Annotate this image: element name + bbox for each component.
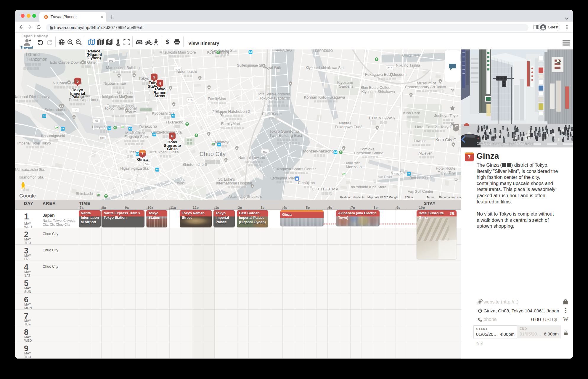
svg-text:Gyoen): Gyoen) xyxy=(87,56,101,60)
svg-text:Onagi River: Onagi River xyxy=(402,53,421,57)
svg-text:475: 475 xyxy=(394,172,399,175)
svg-text:FamilyMart: FamilyMart xyxy=(221,121,240,126)
svg-text:Etchūjima Pier: Etchūjima Pier xyxy=(270,176,295,180)
svg-text:Chuo City: Chuo City xyxy=(200,151,226,157)
svg-text:JR: JR xyxy=(342,173,346,176)
svg-text:Ito: Ito xyxy=(454,177,458,182)
svg-text:Shintomichō S: Shintomichō S xyxy=(182,162,207,167)
svg-text:Mitsukoshi Main Store: Mitsukoshi Main Store xyxy=(160,50,196,54)
svg-text:Ginza: Ginza xyxy=(167,147,178,151)
svg-text:Tokyo-Kayabacho: Tokyo-Kayabacho xyxy=(259,96,290,100)
svg-text:Fukagawa Edo Museum: Fukagawa Edo Museum xyxy=(365,72,407,77)
svg-text:Kiba Park: Kiba Park xyxy=(403,111,420,115)
svg-text:Ginza: Ginza xyxy=(137,157,148,162)
svg-text:International Hospital: International Hospital xyxy=(216,181,252,185)
svg-text:Kiyosumi-Shirakawa: Kiyosumi-Shirakawa xyxy=(361,90,395,94)
svg-text:Kohnan Kōtō Fukagawa: Kohnan Kōtō Fukagawa xyxy=(304,95,346,99)
svg-text:Tsukiji: Tsukiji xyxy=(176,181,186,185)
svg-text:Uchisaiwaicho Sta.: Uchisaiwaicho Sta. xyxy=(15,168,45,172)
svg-text:Google: Google xyxy=(19,193,36,199)
svg-text:316: 316 xyxy=(188,99,192,102)
svg-text:Map data ©2023 Google: Map data ©2023 Google xyxy=(367,195,398,199)
svg-text:?: ? xyxy=(451,88,454,94)
svg-text:Tokyo Sumitomo: Tokyo Sumitomo xyxy=(269,129,299,134)
svg-text:Hachiman Shrine: Hachiman Shrine xyxy=(354,151,383,155)
svg-text:Higashi-ginza Sta.: Higashi-ginza Sta. xyxy=(120,166,149,171)
svg-text:Imperial Hotel Tokyo: Imperial Hotel Tokyo xyxy=(17,141,51,145)
svg-text:Contemporary Art Tokyo: Contemporary Art Tokyo xyxy=(405,85,446,89)
svg-text:Joshuya Toyo: Joshuya Toyo xyxy=(434,113,457,118)
svg-text:Koto City C: Koto City C xyxy=(436,137,457,142)
svg-text:Sakuradamon: Sakuradamon xyxy=(45,107,69,112)
svg-text:Edo Castle Downhill Gate: Edo Castle Downhill Gate xyxy=(50,60,96,65)
svg-text:Twin Building East: Twin Building East xyxy=(269,133,302,138)
svg-text:no Yokado Kiba Store: no Yokado Kiba Store xyxy=(351,185,386,189)
svg-text:Report a map error: Report a map error xyxy=(439,195,461,199)
svg-text:l Grand: l Grand xyxy=(26,52,40,57)
svg-text:Hotel Villa-Fontaine: Hotel Villa-Fontaine xyxy=(256,92,290,96)
svg-text:409: 409 xyxy=(100,136,105,139)
svg-text:JR: JR xyxy=(97,193,100,196)
svg-text:Tokyo Toyo: Tokyo Toyo xyxy=(438,171,456,175)
svg-text:oko River: oko River xyxy=(378,175,392,179)
svg-text:il ESPRESSO: il ESPRESSO xyxy=(313,49,333,52)
svg-text:ETCHUJIMA: ETCHUJIMA xyxy=(312,187,339,191)
svg-text:Fuji Goll Center: Fuji Goll Center xyxy=(408,190,433,194)
svg-text:3: 3 xyxy=(153,75,155,79)
svg-text:301: 301 xyxy=(109,59,113,62)
svg-text:Fukagawa Sports Center: Fukagawa Sports Center xyxy=(273,167,316,171)
svg-text:Mitsubishi: Mitsubishi xyxy=(117,91,133,95)
svg-text:200 m: 200 m xyxy=(405,195,413,199)
svg-text:319: 319 xyxy=(388,66,392,70)
svg-text:Street: Street xyxy=(154,94,166,98)
svg-text:4: 4 xyxy=(159,81,161,86)
svg-text:20: 20 xyxy=(74,109,78,112)
svg-text:8: 8 xyxy=(171,134,173,138)
svg-text:405: 405 xyxy=(175,68,180,71)
svg-text:Natural Lawson: Natural Lawson xyxy=(238,155,265,160)
svg-text:FUKAGAWA: FUKAGAWA xyxy=(369,116,395,120)
svg-text:Flagship Store: Flagship Store xyxy=(124,134,149,139)
svg-text:Nijubashimae: Nijubashimae xyxy=(103,81,126,86)
svg-text:Akashichō(St-Luke's: Akashichō(St-Luke's xyxy=(228,195,262,199)
svg-text:Gardens: Gardens xyxy=(339,84,354,89)
svg-text:JR: JR xyxy=(121,126,124,129)
svg-text:Shimbashi: Shimbashi xyxy=(76,192,93,196)
svg-text:Kasumigaseki: Kasumigaseki xyxy=(41,134,65,138)
svg-text:HANACHO: HANACHO xyxy=(275,49,292,52)
svg-text:Kiyosumi-shirakawa Sta.: Kiyosumi-shirakawa Sta. xyxy=(306,66,344,70)
svg-text:Ginza: Ginza xyxy=(126,150,137,154)
svg-text:304: 304 xyxy=(145,163,150,166)
svg-text:20: 20 xyxy=(95,119,98,123)
svg-text:7-Eleven Hatchobori 2: 7-Eleven Hatchobori 2 xyxy=(212,109,250,114)
svg-text:Royal Park: Royal Park xyxy=(264,65,282,70)
svg-text:National Diet Library: National Diet Library xyxy=(15,94,49,99)
svg-text:Toranomon Sta.: Toranomon Sta. xyxy=(18,175,44,179)
svg-text:Keyboard shortcuts: Keyboard shortcuts xyxy=(340,195,364,199)
svg-text:Lawson: Lawson xyxy=(414,139,426,143)
svg-text:Terms: Terms xyxy=(427,195,434,199)
svg-text:Takaracho: Takaracho xyxy=(166,120,183,124)
svg-text:JR: JR xyxy=(211,142,215,145)
svg-text:Yūrakuchō: Yūrakuchō xyxy=(139,124,157,129)
svg-text:JR: JR xyxy=(55,126,58,129)
svg-text:Hanzomon: Hanzomon xyxy=(27,57,47,62)
svg-text:Etchūjima: Etchūjima xyxy=(298,181,315,185)
svg-text:5: 5 xyxy=(76,79,79,83)
svg-text:Hotel East 21 Tokyo: Hotel East 21 Tokyo xyxy=(415,125,451,129)
svg-text:463: 463 xyxy=(263,150,267,153)
svg-text:Monzen-nakacho: Monzen-nakacho xyxy=(303,149,334,153)
svg-text:Suitengumae Sta.: Suitengumae Sta. xyxy=(237,63,265,68)
svg-text:Niku no Tajima: Niku no Tajima xyxy=(396,63,420,68)
svg-text:Palace: Palace xyxy=(71,94,84,99)
svg-text:Fukagawa Fudō: Fukagawa Fudō xyxy=(335,125,362,129)
svg-text:7: 7 xyxy=(141,151,144,156)
svg-text:FamilyMart: FamilyMart xyxy=(208,97,226,101)
svg-text:Blue Bottle Coffee -: Blue Bottle Coffee - xyxy=(361,86,393,90)
svg-text:Monzenn: Monzenn xyxy=(346,165,362,169)
svg-text:7-Eleven: 7-Eleven xyxy=(418,151,432,155)
svg-text:Marunouchi Building: Marunouchi Building xyxy=(106,66,139,70)
svg-text:Ramen Kissō: Ramen Kissō xyxy=(409,176,431,180)
svg-text:Eitai Bridge: Eitai Bridge xyxy=(262,112,282,116)
svg-text:Ichigokan Museum: Ichigokan Museum xyxy=(102,95,133,99)
